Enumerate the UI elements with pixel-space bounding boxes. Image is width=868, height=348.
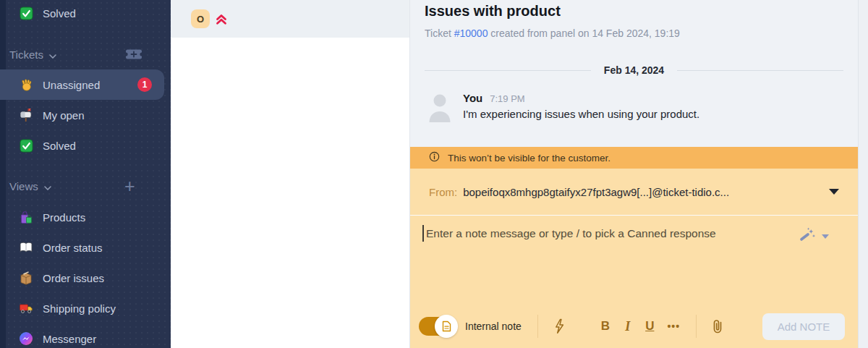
text-cursor <box>422 225 424 242</box>
messenger-icon <box>19 331 33 346</box>
toolbar-divider <box>696 315 697 338</box>
solved-check-icon <box>19 138 33 153</box>
sidebar-section-views[interactable]: Views + <box>0 177 171 195</box>
mailbox-icon <box>19 108 33 122</box>
ticket-meta: Ticket #10000 created from panel on 14 F… <box>425 27 680 39</box>
sidebar-item-label: Solved <box>43 7 76 20</box>
note-input[interactable]: Enter a note message or type / to pick a… <box>422 225 716 242</box>
message: You 7:19 PM I'm experiencing issues when… <box>427 92 843 125</box>
waving-hand-icon <box>19 77 33 92</box>
sidebar-item-order-issues[interactable]: Order issues <box>0 267 171 289</box>
message-header: You 7:19 PM <box>463 92 699 104</box>
date-divider: Feb 14, 2024 <box>425 64 843 76</box>
message-timestamp: 7:19 PM <box>490 93 524 104</box>
toggle-knob <box>435 315 458 338</box>
helpdesk-app: Solved Tickets Unassigned 1 My open <box>0 0 868 348</box>
note-composer: Enter a note message or type / to pick a… <box>410 216 858 348</box>
chevron-down-icon <box>822 234 829 239</box>
message-text: I'm experiencing issues when using your … <box>463 108 699 120</box>
underline-button[interactable]: U <box>645 319 654 334</box>
divider-line <box>425 70 591 71</box>
sidebar-item-label: My open <box>43 109 85 122</box>
add-note-button[interactable]: Add NOTE <box>762 313 845 340</box>
note-editor: This won’t be visible for the customer. … <box>410 147 858 348</box>
sidebar-item-products[interactable]: Products <box>0 206 171 228</box>
plus-icon: + <box>124 177 135 195</box>
section-title: Tickets <box>9 48 43 61</box>
operator-avatar-badge: O <box>191 9 210 28</box>
ticket-list-item[interactable]: O <box>171 0 409 38</box>
new-ticket-button[interactable] <box>124 47 143 61</box>
ticket-meta-prefix: Ticket <box>425 27 454 39</box>
sidebar-item-label: Messenger <box>43 333 96 345</box>
shopping-bags-icon <box>19 210 33 224</box>
sidebar-section-tickets[interactable]: Tickets <box>0 45 171 64</box>
delivery-truck-icon <box>19 301 33 315</box>
note-toolbar: Internal note B I U ••• Add NOTE <box>419 313 845 340</box>
ai-assistant-button[interactable] <box>798 226 829 247</box>
from-address-value: bopeifoqx8mhgp8gtaifyx27fpt3agw9[...]@ti… <box>463 186 729 198</box>
unassigned-count-badge: 1 <box>137 77 152 92</box>
sidebar: Solved Tickets Unassigned 1 My open <box>0 0 171 348</box>
sidebar-item-label: Order status <box>43 242 103 254</box>
date-divider-label: Feb 14, 2024 <box>604 64 664 76</box>
open-book-icon <box>19 240 33 255</box>
chevron-down-icon <box>49 48 56 61</box>
package-icon <box>19 271 33 285</box>
chevron-down-icon <box>829 189 839 195</box>
more-formatting-button[interactable]: ••• <box>667 321 680 332</box>
internal-note-toggle[interactable] <box>419 317 455 336</box>
from-label: From: <box>429 186 457 198</box>
sidebar-item-label: Order issues <box>43 272 104 284</box>
ticket-list-column: O <box>171 0 409 348</box>
sidebar-item-label: Products <box>43 211 85 224</box>
sidebar-item-my-open[interactable]: My open <box>0 104 171 126</box>
ticket-meta-suffix: created from panel on 14 Feb 2024, 19:19 <box>488 27 679 39</box>
solved-check-icon <box>19 6 33 20</box>
internal-note-banner: This won’t be visible for the customer. <box>410 147 858 169</box>
sidebar-item-solved-top[interactable]: Solved <box>0 2 171 24</box>
sidebar-item-solved[interactable]: Solved <box>0 135 171 156</box>
conversation-panel: Issues with product Ticket #10000 create… <box>409 0 858 348</box>
add-view-button[interactable]: + <box>124 177 135 195</box>
bold-button[interactable]: B <box>601 319 610 334</box>
right-gutter <box>858 0 868 348</box>
italic-button[interactable]: I <box>625 319 630 334</box>
chevron-down-icon <box>44 180 51 192</box>
message-author: You <box>463 92 482 104</box>
sidebar-item-unassigned[interactable]: Unassigned 1 <box>0 74 171 96</box>
sidebar-item-messenger[interactable]: Messenger <box>0 328 171 348</box>
sidebar-item-label: Solved <box>43 140 76 152</box>
sidebar-item-label: Unassigned <box>43 79 100 91</box>
attachment-button[interactable] <box>711 318 724 334</box>
ticket-title: Issues with product <box>425 3 561 20</box>
divider-line <box>677 70 843 71</box>
banner-text: This won’t be visible for the customer. <box>448 153 610 164</box>
priority-urgent-icon <box>214 12 229 26</box>
toolbar-divider <box>537 315 538 338</box>
avatar <box>427 92 452 125</box>
sidebar-item-shipping-policy[interactable]: Shipping policy <box>0 297 171 319</box>
info-icon <box>429 151 440 164</box>
note-placeholder: Enter a note message or type / to pick a… <box>426 227 716 240</box>
section-title: Views <box>9 180 38 192</box>
internal-note-label: Internal note <box>465 321 522 332</box>
message-body: You 7:19 PM I'm experiencing issues when… <box>463 92 699 125</box>
sidebar-item-order-status[interactable]: Order status <box>0 237 171 258</box>
from-address-dropdown[interactable]: From: bopeifoqx8mhgp8gtaifyx27fpt3agw9[.… <box>410 169 858 215</box>
quick-actions-button[interactable] <box>554 318 565 334</box>
sidebar-item-label: Shipping policy <box>43 302 116 315</box>
magic-wand-icon <box>798 226 817 247</box>
ticket-number-link[interactable]: #10000 <box>454 27 488 39</box>
